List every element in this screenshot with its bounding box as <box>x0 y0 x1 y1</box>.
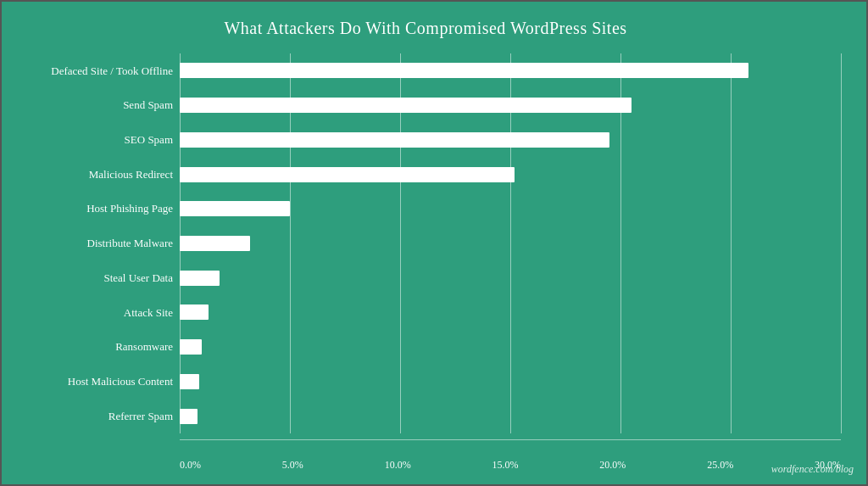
y-axis-label: Attack Site <box>10 306 173 320</box>
y-axis-label: Distribute Malware <box>10 237 173 250</box>
watermark: wordfence.com/blog <box>771 463 854 476</box>
bar <box>180 339 202 355</box>
bar <box>180 409 198 424</box>
x-axis: 0.0%5.0%10.0%15.0%20.0%25.0%30.0% <box>180 459 841 472</box>
x-axis-line <box>180 439 841 440</box>
x-axis-label: 5.0% <box>282 459 303 472</box>
y-axis-label: Send Spam <box>10 98 173 112</box>
bar-row <box>180 131 841 149</box>
bar-row <box>180 372 841 391</box>
chart-title: What Attackers Do With Compromised WordP… <box>10 19 841 38</box>
x-axis-label: 0.0% <box>180 459 201 472</box>
y-axis-label: Referrer Spam <box>10 410 173 423</box>
bar-row <box>180 96 841 115</box>
bar-row <box>180 338 841 356</box>
x-axis-label: 15.0% <box>492 459 518 472</box>
chart-container: What Attackers Do With Compromised WordP… <box>0 0 868 486</box>
bar-row <box>180 303 841 321</box>
bar-row <box>180 199 841 218</box>
y-axis-label: Host Malicious Content <box>10 375 173 388</box>
chart-body: Defaced Site / Took OfflineSend SpamSEO … <box>10 53 841 433</box>
bar <box>180 374 199 389</box>
y-axis-label: Defaced Site / Took Offline <box>10 64 173 78</box>
bar <box>180 201 290 216</box>
bar <box>180 98 632 113</box>
bar <box>180 271 220 286</box>
y-axis-label: Ransomware <box>10 340 173 354</box>
y-axis-label: Malicious Redirect <box>10 168 173 182</box>
x-axis-label: 20.0% <box>599 459 626 472</box>
bar-row <box>180 61 841 80</box>
grid-line <box>841 53 842 433</box>
bar <box>180 304 209 320</box>
bar-row <box>180 407 841 426</box>
y-axis-label: Host Phishing Page <box>10 202 173 215</box>
x-axis-label: 10.0% <box>385 459 411 472</box>
y-axis-label: SEO Spam <box>10 133 173 147</box>
bar <box>180 167 515 182</box>
bar-row <box>180 234 841 253</box>
bar <box>180 63 748 78</box>
bar <box>180 132 609 148</box>
y-axis-labels: Defaced Site / Took OfflineSend SpamSEO … <box>10 53 180 433</box>
bars-area: 0.0%5.0%10.0%15.0%20.0%25.0%30.0% <box>180 53 841 433</box>
bar-row <box>180 165 841 184</box>
x-axis-label: 25.0% <box>707 459 733 472</box>
bar-row <box>180 269 841 288</box>
y-axis-label: Steal User Data <box>10 271 173 285</box>
bar <box>180 236 250 251</box>
